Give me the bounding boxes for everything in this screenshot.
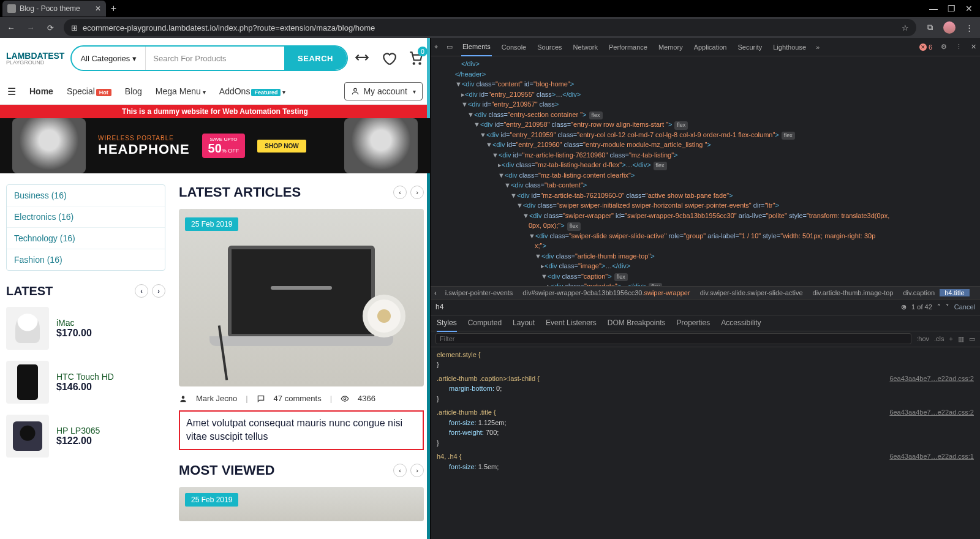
error-count[interactable]: ✕6: [919, 43, 932, 51]
svg-point-0: [413, 63, 415, 64]
browser-tab[interactable]: Blog - Poco theme ✕: [2, 1, 106, 17]
nav-mega-menu[interactable]: Mega Menu: [156, 86, 206, 96]
find-prev-icon[interactable]: ˄: [937, 303, 941, 311]
my-account-button[interactable]: My account: [344, 82, 423, 100]
find-input[interactable]: [435, 303, 896, 311]
site-header: LAMBDATEST PLAYGROUND All Categories▾ Se…: [0, 38, 430, 78]
cart-icon[interactable]: 0: [408, 50, 424, 66]
category-item[interactable]: Fashion (16): [7, 249, 165, 270]
styles-tabstrip: Styles Computed Layout Event Listeners D…: [431, 315, 980, 331]
wishlist-icon[interactable]: [381, 50, 397, 66]
devtools-close-icon[interactable]: ✕: [971, 43, 976, 51]
device-icon[interactable]: ▭: [969, 335, 975, 343]
devtools-tab[interactable]: Lighthouse: [772, 43, 807, 51]
styles-tab[interactable]: Styles: [437, 318, 457, 332]
product-item[interactable]: HP LP3065$122.00: [6, 415, 165, 458]
dom-tree[interactable]: </div> </header> ▼<div class="content" i…: [431, 56, 980, 286]
styles-tab[interactable]: DOM Breakpoints: [608, 318, 666, 327]
styles-tab[interactable]: Accessibility: [721, 318, 761, 327]
styles-tab[interactable]: Computed: [468, 318, 502, 327]
devtools-tab[interactable]: Application: [693, 43, 728, 51]
settings-icon[interactable]: ⚙: [941, 43, 947, 51]
hov-toggle[interactable]: :hov: [916, 335, 929, 342]
nav-blog[interactable]: Blog: [125, 86, 142, 96]
devtools-tab[interactable]: Memory: [657, 43, 684, 51]
more-tabs-icon[interactable]: »: [816, 43, 820, 51]
promo-title: HEADPHONE: [98, 141, 190, 157]
category-item[interactable]: Electronics (16): [7, 206, 165, 228]
carousel-next-icon[interactable]: ›: [410, 464, 424, 477]
product-item[interactable]: iMac$170.00: [6, 307, 165, 350]
minimize-icon[interactable]: —: [929, 4, 938, 13]
promo-image-right: [344, 118, 418, 173]
inspect-icon[interactable]: ⌖: [434, 43, 438, 51]
profile-avatar[interactable]: [943, 21, 956, 34]
close-window-icon[interactable]: ✕: [965, 4, 973, 13]
styles-tab[interactable]: Properties: [677, 318, 710, 327]
reload-button[interactable]: ⟳: [44, 23, 56, 32]
search-input[interactable]: Search For Products: [146, 54, 284, 63]
product-item[interactable]: HTC Touch HD$146.00: [6, 361, 165, 404]
promo-banner[interactable]: WIRELESS PORTABLE HEADPHONE SAVE UPTO 50…: [0, 118, 430, 173]
extensions-icon[interactable]: ⧉: [924, 23, 936, 32]
next-icon[interactable]: ›: [152, 284, 165, 298]
article-comments[interactable]: 47 comments: [274, 394, 322, 403]
layout-icon[interactable]: ▥: [958, 335, 964, 343]
nav-addons[interactable]: AddOnsFeatured: [219, 86, 286, 96]
carousel-prev-icon[interactable]: ‹: [393, 186, 407, 199]
author-icon: [179, 394, 187, 403]
find-cancel[interactable]: Cancel: [954, 303, 975, 311]
maximize-icon[interactable]: ❐: [948, 4, 956, 13]
article-card[interactable]: 25 Feb 2019: [179, 487, 424, 521]
styles-tab[interactable]: Event Listeners: [546, 318, 597, 327]
article-card[interactable]: 25 Feb 2019 Mark Jecno | 47 comments | 4…: [179, 209, 424, 450]
forward-button[interactable]: →: [24, 23, 37, 32]
close-tab-icon[interactable]: ✕: [95, 4, 101, 13]
back-button[interactable]: ←: [5, 23, 17, 32]
address-bar[interactable]: ⊞ ecommerce-playground.lambdatest.io/ind…: [64, 19, 916, 36]
compare-icon[interactable]: [354, 50, 370, 66]
category-item[interactable]: Business (16): [7, 185, 165, 206]
styles-pane[interactable]: element.style {} 6ea43aa4be7…e22ad.css:2…: [431, 347, 980, 539]
site-logo[interactable]: LAMBDATEST PLAYGROUND: [6, 51, 64, 66]
promo-subtitle: WIRELESS PORTABLE: [98, 135, 190, 141]
section-heading: MOST VIEWED: [179, 462, 274, 478]
new-tab-button[interactable]: +: [111, 3, 116, 14]
article-author[interactable]: Mark Jecno: [196, 394, 237, 403]
devtools-tab[interactable]: Sources: [536, 43, 563, 51]
article-image: 25 Feb 2019: [179, 209, 424, 386]
shop-now-button[interactable]: SHOP NOW: [257, 140, 306, 153]
styles-filter-input[interactable]: [435, 333, 911, 344]
article-meta: Mark Jecno | 47 comments | 4366: [179, 394, 424, 403]
styles-tab[interactable]: Layout: [513, 318, 535, 327]
devtools-tab[interactable]: Performance: [608, 43, 649, 51]
svg-point-4: [344, 398, 346, 400]
device-toggle-icon[interactable]: ▭: [447, 43, 453, 51]
devtools-menu-icon[interactable]: ⋮: [956, 43, 962, 51]
devtools-tab[interactable]: Network: [572, 43, 599, 51]
dom-breadcrumbs[interactable]: ‹ i.swiper-pointer-events div#swiper-wra…: [431, 286, 980, 300]
bookmark-star-icon[interactable]: ☆: [902, 23, 909, 32]
prev-icon[interactable]: ‹: [135, 284, 148, 298]
new-style-icon[interactable]: +: [949, 335, 953, 342]
cls-toggle[interactable]: .cls: [934, 335, 944, 342]
carousel-next-icon[interactable]: ›: [410, 186, 424, 199]
browser-menu-icon[interactable]: ⋮: [963, 23, 975, 32]
nav-special[interactable]: SpecialHot: [67, 86, 111, 96]
site-info-icon[interactable]: ⊞: [71, 23, 78, 32]
category-item[interactable]: Technology (16): [7, 228, 165, 249]
article-title[interactable]: Amet volutpat consequat mauris nunc cong…: [179, 410, 424, 450]
find-next-icon[interactable]: ˅: [946, 303, 949, 311]
clear-icon[interactable]: ⊗: [901, 303, 907, 311]
browser-toolbar: ← → ⟳ ⊞ ecommerce-playground.lambdatest.…: [0, 17, 980, 38]
hamburger-icon[interactable]: ☰: [7, 86, 16, 97]
search-button[interactable]: SEARCH: [284, 47, 347, 70]
devtools-tab-elements[interactable]: Elements: [461, 43, 492, 56]
nav-home[interactable]: Home: [29, 86, 53, 96]
devtools-tab[interactable]: Console: [500, 43, 527, 51]
category-select[interactable]: All Categories▾: [72, 47, 146, 70]
page-scrollbar[interactable]: [427, 38, 430, 539]
devtools-tab[interactable]: Security: [736, 43, 763, 51]
carousel-prev-icon[interactable]: ‹: [393, 464, 407, 477]
views-icon: [341, 394, 349, 403]
